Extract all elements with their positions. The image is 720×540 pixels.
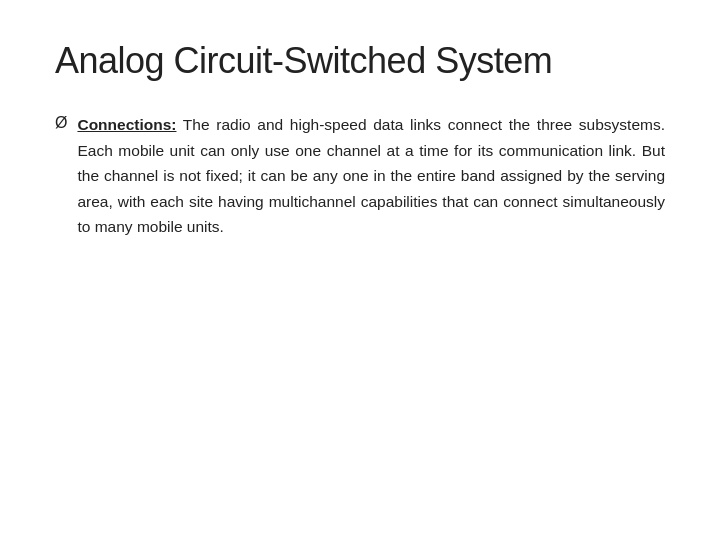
content-area: Ø Connections: The radio and high-speed … (55, 112, 665, 240)
connections-label: Connections: (77, 116, 176, 133)
slide-container: Analog Circuit-Switched System Ø Connect… (0, 0, 720, 540)
bullet-arrow: Ø (55, 114, 67, 132)
slide-title: Analog Circuit-Switched System (55, 40, 665, 82)
connections-paragraph: Connections: The radio and high-speed da… (77, 112, 665, 240)
bullet-item-connections: Ø Connections: The radio and high-speed … (55, 112, 665, 240)
connections-body: The radio and high-speed data links conn… (77, 116, 665, 235)
